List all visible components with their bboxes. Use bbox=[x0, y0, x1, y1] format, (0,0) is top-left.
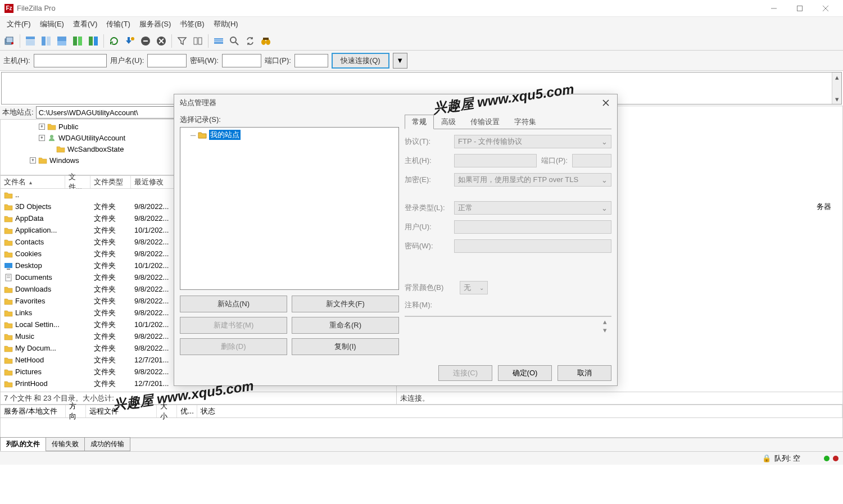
rename-button[interactable]: 重命名(R) bbox=[292, 317, 399, 334]
pass-label: 密码(W): bbox=[190, 56, 219, 66]
dlg-user-label: 用户(U): bbox=[405, 222, 450, 232]
svg-point-17 bbox=[131, 37, 134, 40]
stop-icon[interactable] bbox=[138, 34, 153, 48]
search-icon[interactable] bbox=[227, 34, 242, 48]
tab-general[interactable]: 常规 bbox=[405, 115, 434, 129]
logon-select[interactable]: 正常⌄ bbox=[454, 201, 611, 215]
expand-icon[interactable]: + bbox=[39, 124, 45, 130]
local-site-label: 本地站点: bbox=[2, 107, 34, 117]
col-status[interactable]: 状态 bbox=[197, 405, 842, 417]
tab-advanced[interactable]: 高级 bbox=[434, 115, 463, 129]
protocol-select[interactable]: FTP - 文件传输协议⌄ bbox=[454, 135, 611, 148]
tree-node[interactable]: Windows bbox=[49, 156, 79, 165]
ok-button[interactable]: 确定(O) bbox=[498, 365, 552, 381]
expand-icon[interactable]: + bbox=[39, 135, 45, 141]
menu-file[interactable]: 文件(F) bbox=[2, 17, 35, 31]
svg-rect-24 bbox=[198, 38, 202, 44]
menu-view[interactable]: 查看(V) bbox=[69, 17, 102, 31]
quickconnect-dropdown[interactable]: ▼ bbox=[393, 53, 407, 69]
host-input[interactable] bbox=[34, 54, 107, 67]
tab-charset[interactable]: 字符集 bbox=[507, 115, 543, 129]
menu-bookmark[interactable]: 书签(B) bbox=[175, 17, 209, 31]
queue-body[interactable] bbox=[0, 418, 843, 438]
svg-rect-9 bbox=[42, 37, 46, 46]
layout-2-icon[interactable] bbox=[39, 34, 53, 48]
app-title: FileZilla Pro bbox=[17, 4, 56, 12]
menu-bar: 文件(F) 编辑(E) 查看(V) 传输(T) 服务器(S) 书签(B) 帮助(… bbox=[0, 17, 843, 31]
dialog-close-button[interactable] bbox=[600, 97, 611, 108]
filter-icon[interactable] bbox=[175, 34, 189, 48]
svg-point-33 bbox=[50, 135, 53, 138]
maximize-button[interactable] bbox=[787, 0, 813, 17]
dlg-user-input[interactable] bbox=[454, 220, 611, 234]
quickconnect-button[interactable]: 快速连接(Q) bbox=[332, 53, 389, 69]
col-qsize[interactable]: 大小 bbox=[157, 405, 177, 417]
col-dir[interactable]: 方向 bbox=[66, 405, 86, 417]
layout-3-icon[interactable] bbox=[55, 34, 69, 48]
tab-success[interactable]: 成功的传输 bbox=[84, 437, 130, 451]
new-folder-button[interactable]: 新文件夹(F) bbox=[292, 296, 399, 312]
layout-5-icon[interactable] bbox=[86, 34, 101, 48]
dlg-host-input[interactable] bbox=[454, 154, 537, 167]
sync-browse-icon[interactable] bbox=[211, 34, 226, 48]
cancel-button[interactable]: 取消 bbox=[558, 365, 611, 381]
site-tree[interactable]: ─ 我的站点 bbox=[180, 127, 399, 290]
col-server[interactable]: 服务器/本地文件 bbox=[1, 405, 66, 417]
col-type[interactable]: 文件类型 bbox=[90, 176, 131, 188]
svg-rect-14 bbox=[78, 37, 82, 46]
protocol-label: 协议(T): bbox=[405, 137, 450, 147]
compare-icon[interactable] bbox=[191, 34, 205, 48]
expand-icon[interactable]: + bbox=[30, 157, 36, 164]
minimize-button[interactable] bbox=[761, 0, 787, 17]
menu-transfer[interactable]: 传输(T) bbox=[102, 17, 135, 31]
col-remote[interactable]: 远程文件 bbox=[86, 405, 157, 417]
disconnect-icon[interactable] bbox=[154, 34, 169, 48]
scrollbar[interactable]: ▴▾ bbox=[832, 72, 841, 104]
sync-icon[interactable] bbox=[243, 34, 257, 48]
binoculars-icon[interactable] bbox=[259, 34, 273, 48]
tab-failed[interactable]: 传输失败 bbox=[46, 437, 85, 451]
svg-rect-5 bbox=[6, 37, 13, 43]
tree-node[interactable]: WDAGUtilityAccount bbox=[58, 134, 125, 142]
col-prio[interactable]: 优... bbox=[177, 405, 197, 417]
user-label: 用户名(U): bbox=[110, 56, 144, 66]
new-site-button[interactable]: 新站点(N) bbox=[180, 296, 287, 312]
tab-transfer[interactable]: 传输设置 bbox=[463, 115, 507, 129]
bgcolor-label: 背景颜色(B) bbox=[405, 283, 455, 293]
tree-node[interactable]: WcSandboxState bbox=[67, 145, 124, 153]
comment-textarea[interactable]: ▴▾ bbox=[405, 316, 611, 317]
menu-server[interactable]: 服务器(S) bbox=[135, 17, 175, 31]
close-button[interactable] bbox=[813, 0, 839, 17]
host-label: 主机(H): bbox=[3, 56, 30, 66]
svg-rect-10 bbox=[47, 37, 51, 46]
layout-4-icon[interactable] bbox=[70, 34, 85, 48]
user-input[interactable] bbox=[147, 54, 187, 67]
dlg-pass-input[interactable] bbox=[454, 239, 611, 253]
dlg-port-label: 端口(P): bbox=[541, 156, 568, 166]
svg-rect-25 bbox=[214, 38, 223, 44]
layout-1-icon[interactable] bbox=[23, 34, 38, 48]
port-input[interactable] bbox=[294, 54, 328, 67]
bottom-tabs: 列队的文件 传输失败 成功的传输 bbox=[0, 438, 843, 451]
encrypt-select[interactable]: 如果可用，使用显式的 FTP over TLS⌄ bbox=[454, 173, 611, 187]
quickconnect-bar: 主机(H): 用户名(U): 密码(W): 端口(P): 快速连接(Q) ▼ bbox=[0, 51, 843, 71]
lock-icon: 🔒 bbox=[762, 454, 771, 462]
col-size[interactable]: 文件... bbox=[65, 176, 90, 188]
tree-node[interactable]: Public bbox=[58, 122, 78, 131]
menu-edit[interactable]: 编辑(E) bbox=[35, 17, 69, 31]
file-row[interactable]: Recent文件夹9/8/2022... bbox=[1, 389, 396, 392]
pass-input[interactable] bbox=[222, 54, 261, 67]
site-manager-button[interactable] bbox=[2, 34, 17, 48]
dlg-port-input[interactable] bbox=[572, 154, 611, 167]
refresh-icon[interactable] bbox=[107, 34, 121, 48]
process-queue-icon[interactable] bbox=[123, 34, 137, 48]
tab-queued[interactable]: 列队的文件 bbox=[0, 437, 46, 451]
logon-label: 登录类型(L): bbox=[405, 203, 450, 213]
bgcolor-select[interactable]: 无⌄ bbox=[460, 281, 488, 294]
site-item[interactable]: 我的站点 bbox=[209, 130, 241, 140]
svg-rect-15 bbox=[89, 37, 93, 46]
col-name[interactable]: 文件名▴ bbox=[1, 176, 65, 188]
copy-button[interactable]: 复制(I) bbox=[292, 338, 399, 355]
svg-rect-7 bbox=[26, 37, 35, 39]
menu-help[interactable]: 帮助(H) bbox=[209, 17, 243, 31]
